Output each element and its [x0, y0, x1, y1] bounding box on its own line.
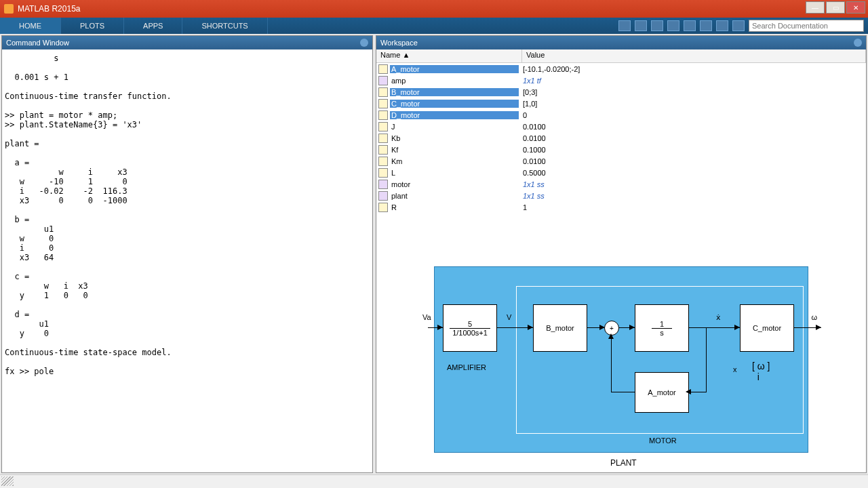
command-window[interactable]: s 0.001 s + 1 Continuous-time transfer f…	[2, 49, 372, 472]
toolstrip: HOME PLOTS APPS SHORTCUTS	[0, 18, 868, 34]
var-value: 0.0100	[519, 123, 866, 131]
workspace-header: Workspace	[376, 36, 866, 49]
bmotor-block[interactable]: B_motor	[533, 304, 587, 352]
workspace-title: Workspace	[380, 39, 418, 47]
tab-home[interactable]: HOME	[0, 18, 61, 34]
var-value: 0.5000	[519, 169, 866, 177]
int-num: 1	[660, 320, 664, 328]
var-icon	[378, 157, 388, 166]
workspace-var-row[interactable]: plant1x1 ss	[376, 190, 866, 201]
workspace-rows: A_motor[-10.1,-0.0200;-2]amp1x1 tfB_moto…	[376, 63, 866, 213]
panel-menu-icon[interactable]	[854, 39, 862, 47]
workspace-var-row[interactable]: B_motor[0;3]	[376, 86, 866, 98]
workspace-var-row[interactable]: Kb0.0100	[376, 132, 866, 144]
workspace-var-row[interactable]: motor1x1 ss	[376, 178, 866, 190]
amplifier-block[interactable]: 5 1/1000s+1	[443, 304, 497, 352]
amp-den: 1/1000s+1	[452, 329, 488, 337]
var-name: C_motor	[390, 100, 519, 108]
var-value: [-10.1,-0.0200;-2]	[519, 65, 866, 73]
var-value: [0;3]	[519, 88, 866, 96]
tab-apps[interactable]: APPS	[124, 18, 182, 34]
workspace-var-row[interactable]: amp1x1 tf	[376, 75, 866, 86]
var-icon	[378, 122, 388, 131]
var-icon	[378, 99, 388, 108]
var-value: 1x1 ss	[519, 192, 866, 200]
maximize-button[interactable]: ▭	[826, 1, 845, 14]
tab-plots[interactable]: PLOTS	[61, 18, 124, 34]
command-window-title: Command Window	[6, 39, 69, 47]
col-name[interactable]: Name ▲	[376, 49, 522, 62]
workspace-var-row[interactable]: Kf0.1000	[376, 144, 866, 155]
workspace-var-row[interactable]: A_motor[-10.1,-0.0200;-2]	[376, 63, 866, 75]
int-den: s	[660, 329, 664, 337]
col-value[interactable]: Value	[522, 49, 866, 62]
grip-icon	[1, 476, 14, 486]
ts-icon[interactable]	[667, 20, 679, 31]
search-input[interactable]	[749, 20, 864, 32]
ts-icon[interactable]	[700, 20, 712, 31]
var-name: amp	[390, 77, 519, 85]
xvec-label: x	[733, 365, 737, 373]
ts-icon[interactable]	[635, 20, 647, 31]
tab-shortcuts[interactable]: SHORTCUTS	[182, 18, 267, 34]
var-icon	[378, 191, 388, 201]
toolstrip-right	[614, 20, 868, 32]
var-icon	[378, 134, 388, 143]
cmotor-block[interactable]: C_motor	[740, 304, 794, 352]
var-icon	[378, 180, 388, 189]
var-value: 0.0100	[519, 134, 866, 142]
var-value: 1x1 tf	[519, 77, 866, 85]
var-value: [1,0]	[519, 100, 866, 108]
workspace-var-row[interactable]: R1	[376, 201, 866, 213]
plant-label: PLANT	[610, 458, 637, 468]
signal-va: Va	[422, 313, 431, 321]
workspace-var-row[interactable]: L0.5000	[376, 167, 866, 178]
var-value: 1x1 ss	[519, 180, 866, 188]
var-name: Kf	[390, 146, 519, 154]
workspace-var-row[interactable]: D_motor0	[376, 109, 866, 121]
var-name: D_motor	[390, 111, 519, 119]
signal-w: ω	[811, 313, 817, 321]
workspace-var-row[interactable]: C_motor[1,0]	[376, 98, 866, 109]
status-bar	[0, 474, 868, 488]
var-icon	[378, 87, 388, 97]
amp-num: 5	[468, 320, 472, 328]
var-value: 0	[519, 111, 866, 119]
var-value: 0.1000	[519, 146, 866, 154]
motor-label: MOTOR	[649, 436, 677, 445]
var-name: B_motor	[390, 88, 519, 96]
var-icon	[378, 168, 388, 178]
command-window-header: Command Window	[2, 36, 372, 49]
title-bar: MATLAB R2015a — ▭ ✕	[0, 0, 868, 18]
var-name: Km	[390, 157, 519, 165]
help-icon[interactable]	[732, 20, 745, 31]
var-icon	[378, 64, 388, 74]
var-name: A_motor	[390, 65, 519, 73]
var-icon	[378, 145, 388, 155]
command-window-panel: Command Window s 0.001 s + 1 Continuous-…	[1, 35, 373, 473]
block-diagram: Va V ẋ ω 5 1/1000s+1 AMPLIFIER MOTOR B_m…	[434, 266, 808, 453]
xvec: [ ω ] i	[752, 361, 770, 382]
workspace-var-row[interactable]: Km0.0100	[376, 155, 866, 167]
ts-icon[interactable]	[618, 20, 631, 31]
app-title: MATLAB R2015a	[18, 4, 81, 14]
var-name: plant	[390, 192, 519, 200]
ts-icon[interactable]	[651, 20, 663, 31]
workspace-var-row[interactable]: J0.0100	[376, 121, 866, 132]
panel-menu-icon[interactable]	[360, 39, 368, 47]
var-name: J	[390, 123, 519, 131]
var-icon	[378, 203, 388, 212]
workspace-columns[interactable]: Name ▲ Value	[376, 49, 866, 63]
minimize-button[interactable]: —	[806, 1, 825, 14]
ts-icon[interactable]	[716, 20, 728, 31]
signal-v: V	[507, 313, 511, 321]
ts-icon[interactable]	[684, 20, 696, 31]
var-name: motor	[390, 180, 519, 188]
integrator-block[interactable]: 1 s	[635, 304, 689, 352]
amplifier-label: AMPLIFIER	[447, 363, 486, 371]
close-button[interactable]: ✕	[846, 1, 865, 14]
amotor-block[interactable]: A_motor	[635, 372, 689, 413]
var-value: 0.0100	[519, 157, 866, 165]
var-icon	[378, 76, 388, 85]
app-logo-icon	[4, 4, 14, 14]
